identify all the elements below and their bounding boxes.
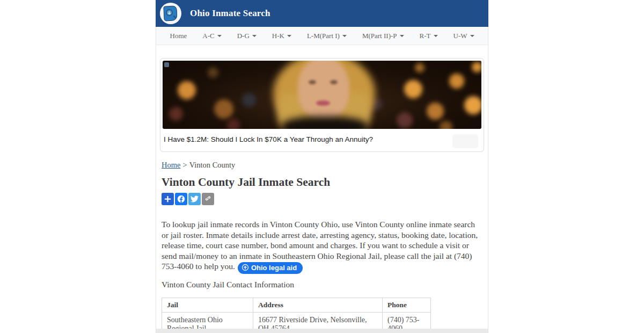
page-body: Home A-C D-G H-K L-M(Part I) M(Part II)-… (156, 27, 488, 333)
page-container: + Ohio Inmate Search Home A-C D-G H-K L-… (156, 0, 488, 333)
nav-item-home[interactable]: Home (170, 32, 187, 40)
column-header-jail: Jail (162, 298, 253, 312)
ad-caption[interactable]: I Have $1.2M: Should I Lock In $70K a Ye… (163, 129, 481, 143)
share-row (162, 193, 482, 205)
ohio-legal-aid-button[interactable]: Ohio legal aid (238, 262, 303, 274)
plus-icon (164, 195, 172, 203)
chevron-down-icon (252, 35, 257, 37)
column-header-address: Address (253, 298, 383, 312)
chevron-down-icon (400, 35, 404, 37)
page-title: Vinton County Jail Inmate Search (162, 176, 482, 189)
share-plus-button[interactable] (162, 193, 174, 205)
magnifier-icon: + (166, 9, 173, 16)
ad-card[interactable]: I Have $1.2M: Should I Lock In $70K a Ye… (160, 58, 484, 152)
nav-item-r-t[interactable]: R-T (420, 32, 438, 40)
chevron-down-icon (342, 35, 347, 37)
share-twitter-button[interactable] (188, 193, 201, 205)
chevron-down-icon (434, 35, 438, 37)
contact-heading: Vinton County Jail Contact Information (162, 280, 482, 289)
ad-choices-icon[interactable] (164, 62, 169, 67)
twitter-icon (191, 195, 199, 203)
main-nav: Home A-C D-G H-K L-M(Part I) M(Part II)-… (156, 27, 488, 45)
facebook-icon (177, 194, 186, 204)
arrow-circle-up-icon (241, 264, 249, 271)
nav-item-a-c[interactable]: A-C (202, 32, 221, 40)
nav-item-l-m-part1[interactable]: L-M(Part I) (307, 32, 347, 40)
column-header-phone: Phone (383, 298, 431, 312)
share-copy-link-button[interactable] (202, 193, 214, 205)
ad-sponsor-watermark (452, 134, 478, 148)
nav-item-u-w[interactable]: U-W (453, 32, 474, 40)
share-facebook-button[interactable] (175, 193, 187, 205)
contact-table: Jail Address Phone Southeastern Ohio Reg… (162, 298, 431, 333)
ohio-inmate-search-logo[interactable]: + (160, 3, 181, 24)
site-title[interactable]: Ohio Inmate Search (190, 8, 270, 19)
content: Home>Vinton County Vinton County Jail In… (156, 161, 488, 333)
chevron-down-icon (287, 35, 291, 37)
chevron-down-icon (470, 35, 474, 37)
site-header: + Ohio Inmate Search (156, 0, 488, 27)
footer-strip (156, 329, 488, 333)
breadcrumb-separator: > (182, 161, 187, 169)
link-icon (204, 195, 212, 203)
breadcrumb-home-link[interactable]: Home (162, 161, 180, 169)
chevron-down-icon (217, 35, 222, 37)
intro-text: To lookup jail inmate records in Vinton … (162, 220, 478, 271)
nav-item-d-g[interactable]: D-G (237, 32, 257, 40)
ad-image[interactable] (163, 61, 481, 129)
intro-paragraph: To lookup jail inmate records in Vinton … (162, 219, 482, 274)
table-header-row: Jail Address Phone (162, 298, 431, 312)
breadcrumb-current: Vinton County (189, 161, 236, 169)
breadcrumb: Home>Vinton County (162, 161, 482, 170)
nav-item-m-part2-p[interactable]: M(Part II)-P (362, 32, 404, 40)
nav-item-h-k[interactable]: H-K (272, 32, 291, 40)
